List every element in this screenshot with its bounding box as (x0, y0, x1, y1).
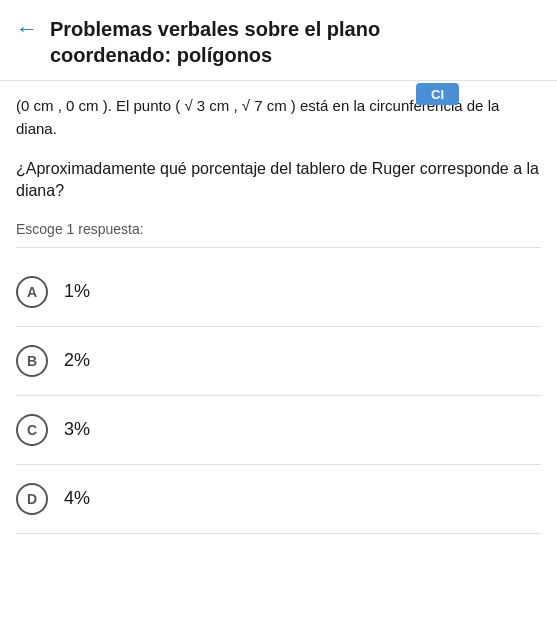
option-label-a: 1% (64, 281, 90, 302)
choose-label: Escoge 1 respuesta: (16, 221, 541, 237)
option-circle-a: A (16, 276, 48, 308)
option-row-d[interactable]: D 4% (16, 465, 541, 534)
option-label-c: 3% (64, 419, 90, 440)
option-row-b[interactable]: B 2% (16, 327, 541, 396)
option-circle-b: B (16, 345, 48, 377)
ci-badge: CI (416, 83, 459, 105)
header: ← Problemas verbales sobre el plano coor… (0, 0, 557, 81)
option-label-b: 2% (64, 350, 90, 371)
question-text: ¿Aproximadamente qué porcentaje del tabl… (16, 158, 541, 203)
content: (0 cm , 0 cm ). El punto ( √ 3 cm , √ 7 … (0, 81, 557, 534)
problem-text: (0 cm , 0 cm ). El punto ( √ 3 cm , √ 7 … (16, 95, 541, 140)
divider (16, 247, 541, 248)
header-title: Problemas verbales sobre el plano coorde… (50, 16, 380, 68)
back-button[interactable]: ← (16, 18, 38, 40)
option-row-a[interactable]: A 1% (16, 258, 541, 327)
option-row-c[interactable]: C 3% (16, 396, 541, 465)
option-circle-d: D (16, 483, 48, 515)
option-circle-c: C (16, 414, 48, 446)
option-label-d: 4% (64, 488, 90, 509)
options-list: A 1% B 2% C 3% D 4% (16, 258, 541, 534)
